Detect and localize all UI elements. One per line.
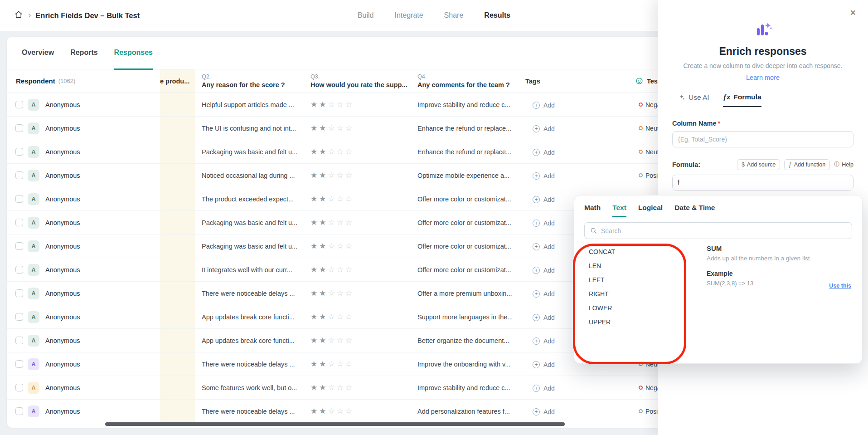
q2-cell[interactable]: App updates break core functi...: [195, 329, 305, 352]
row-checkbox[interactable]: [15, 337, 23, 344]
function-tab-logical[interactable]: Logical: [638, 204, 663, 217]
q2-cell[interactable]: There were noticeable delays ...: [195, 282, 305, 305]
function-item-right[interactable]: RIGHT: [584, 287, 698, 301]
row-checkbox[interactable]: [15, 195, 23, 203]
add-tag-button[interactable]: + Add: [533, 149, 555, 156]
nav-results[interactable]: Results: [484, 11, 510, 20]
add-tag-button[interactable]: + Add: [533, 314, 555, 321]
row-checkbox[interactable]: [15, 242, 23, 250]
use-this-link[interactable]: Use this: [829, 283, 851, 289]
tags-column-header[interactable]: Tags: [521, 69, 632, 93]
home-button[interactable]: [12, 9, 25, 22]
add-tag-button[interactable]: + Add: [533, 385, 555, 392]
add-tag-button[interactable]: + Add: [533, 172, 555, 180]
row-checkbox[interactable]: [15, 313, 23, 321]
function-item-len[interactable]: LEN: [584, 259, 698, 273]
horizontal-scrollbar[interactable]: [105, 422, 565, 426]
add-tag-button[interactable]: + Add: [533, 125, 555, 132]
q4-cell[interactable]: Offer more color or customizat...: [414, 211, 521, 234]
q4-cell[interactable]: Better organize the document...: [414, 329, 521, 352]
row-checkbox[interactable]: [15, 148, 23, 156]
q4-cell[interactable]: Improve stability and reduce c...: [414, 93, 521, 116]
add-function-button[interactable]: ƒ Add function: [784, 159, 830, 170]
respondent-name[interactable]: Anonymous: [45, 219, 80, 226]
q2-cell[interactable]: Some features work well, but o...: [195, 376, 305, 399]
q2-cell[interactable]: There were noticeable delays ...: [195, 400, 305, 423]
q2-column-header[interactable]: Q2. Any reason for the score ?: [195, 69, 305, 93]
row-checkbox[interactable]: [15, 219, 23, 226]
q2-cell[interactable]: Noticed occasional lag during ...: [195, 164, 305, 187]
add-source-button[interactable]: $ Add source: [737, 159, 780, 170]
respondent-name[interactable]: Anonymous: [45, 408, 80, 415]
add-tag-button[interactable]: + Add: [533, 220, 555, 227]
q2-cell[interactable]: App updates break core functi...: [195, 305, 305, 328]
q4-column-header[interactable]: Q4. Any comments for the team ?: [414, 69, 521, 93]
add-tag-button[interactable]: + Add: [533, 361, 555, 368]
nav-share[interactable]: Share: [444, 11, 464, 20]
respondent-name[interactable]: Anonymous: [45, 148, 80, 156]
q4-cell[interactable]: Improve stability and reduce c...: [414, 376, 521, 399]
row-checkbox[interactable]: [15, 360, 23, 368]
respondent-name[interactable]: Anonymous: [45, 337, 80, 344]
q2-cell[interactable]: The product exceeded expect...: [195, 187, 305, 210]
respondent-name[interactable]: Anonymous: [45, 172, 80, 179]
tab-use-ai[interactable]: Use AI: [679, 93, 709, 107]
respondent-name[interactable]: Anonymous: [45, 266, 80, 274]
add-tag-button[interactable]: + Add: [533, 243, 555, 250]
q2-cell[interactable]: Packaging was basic and felt u...: [195, 235, 305, 258]
add-tag-button[interactable]: + Add: [533, 267, 555, 274]
respondent-name[interactable]: Anonymous: [45, 101, 80, 108]
nav-integrate[interactable]: Integrate: [394, 11, 423, 20]
q2-cell[interactable]: Packaging was basic and felt u...: [195, 140, 305, 163]
function-tab-text[interactable]: Text: [612, 204, 626, 217]
function-item-left[interactable]: LEFT: [584, 273, 698, 287]
respondent-name[interactable]: Anonymous: [45, 384, 80, 391]
respondent-column-header[interactable]: Respondent (1062): [7, 69, 160, 93]
add-tag-button[interactable]: + Add: [533, 196, 555, 203]
column-name-input[interactable]: [672, 131, 853, 147]
tab-responses[interactable]: Responses: [114, 49, 153, 70]
function-item-upper[interactable]: UPPER: [584, 315, 698, 329]
q2-cell[interactable]: It integrates well with our curr...: [195, 258, 305, 281]
q2-cell[interactable]: Packaging was basic and felt u...: [195, 211, 305, 234]
q4-cell[interactable]: Add personalization features f...: [414, 400, 521, 423]
help-button[interactable]: ⓘ Help: [834, 161, 853, 168]
q3-column-header[interactable]: Q3. How would you rate the supp...: [305, 69, 414, 93]
row-checkbox[interactable]: [15, 124, 23, 132]
function-tab-date-time[interactable]: Date & Time: [674, 204, 715, 217]
tab-formula[interactable]: ƒx Formula: [723, 93, 761, 107]
row-checkbox[interactable]: [15, 101, 23, 108]
q2-cell[interactable]: The UI is confusing and not int...: [195, 117, 305, 140]
tab-overview[interactable]: Overview: [22, 49, 54, 69]
q1-column-header[interactable]: e produ...: [160, 69, 195, 93]
formula-input[interactable]: f: [672, 175, 853, 191]
q4-cell[interactable]: Enhance the refund or replace...: [414, 117, 521, 140]
row-checkbox[interactable]: [15, 171, 23, 179]
function-tab-math[interactable]: Math: [584, 204, 601, 217]
q2-cell[interactable]: There were noticeable delays ...: [195, 352, 305, 376]
function-search-input[interactable]: [601, 227, 846, 235]
respondent-name[interactable]: Anonymous: [45, 196, 80, 203]
row-checkbox[interactable]: [15, 407, 23, 415]
respondent-name[interactable]: Anonymous: [45, 313, 80, 321]
q2-cell[interactable]: Helpful support articles made ...: [195, 93, 305, 116]
respondent-name[interactable]: Anonymous: [45, 125, 80, 132]
function-item-lower[interactable]: LOWER: [584, 301, 698, 315]
learn-more-link[interactable]: Learn more: [672, 74, 853, 81]
q4-cell[interactable]: Enhance the refund or replace...: [414, 140, 521, 163]
q4-cell[interactable]: Offer more color or customizat...: [414, 258, 521, 281]
function-item-concat[interactable]: CONCAT: [584, 244, 698, 259]
q4-cell[interactable]: Optimize mobile experience a...: [414, 164, 521, 187]
add-tag-button[interactable]: + Add: [533, 337, 555, 345]
row-checkbox[interactable]: [15, 289, 23, 297]
nav-build[interactable]: Build: [358, 11, 374, 20]
q4-cell[interactable]: Offer a more premium unboxin...: [414, 282, 521, 305]
close-icon[interactable]: ✕: [850, 9, 856, 17]
add-tag-button[interactable]: + Add: [533, 102, 555, 109]
q4-cell[interactable]: Offer more color or customizat...: [414, 187, 521, 210]
function-search[interactable]: [584, 222, 852, 239]
add-tag-button[interactable]: + Add: [533, 290, 555, 298]
row-checkbox[interactable]: [15, 384, 23, 391]
tab-reports[interactable]: Reports: [70, 49, 97, 69]
q4-cell[interactable]: Improve the onboarding with v...: [414, 352, 521, 376]
